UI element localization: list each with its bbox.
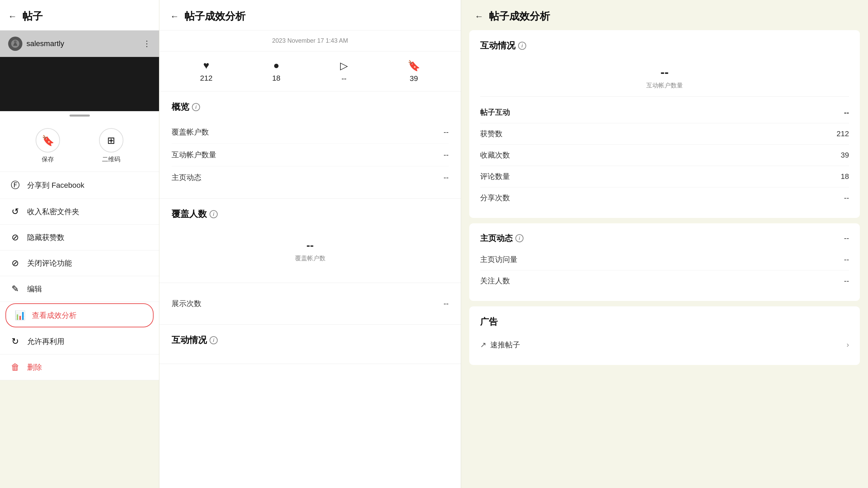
- panel2-title: 帖子成效分析: [184, 9, 245, 23]
- coverage-big-value: --: [182, 239, 438, 251]
- share-icon: ▷: [340, 60, 348, 72]
- coverage-center: -- 覆盖帐户数: [172, 228, 449, 273]
- menu-text-share-fb: 分享到 Facebook: [27, 180, 84, 190]
- comments-row: 评论数量 18: [480, 166, 849, 187]
- coverage-section: 覆盖人数 i -- 覆盖帐户数: [159, 199, 461, 283]
- homepage-section-value: --: [844, 234, 849, 243]
- menu-item-private-folder[interactable]: ↺ 收入私密文件夹: [0, 199, 159, 225]
- scroll-indicator: [0, 111, 159, 120]
- close-comments-icon: ⊘: [9, 258, 21, 268]
- delete-icon: 🗑: [9, 362, 21, 372]
- ad-title: 广告: [480, 316, 849, 328]
- qr-icon: ⊞: [107, 135, 115, 146]
- followers-value: --: [844, 277, 849, 285]
- panel2-header: ← 帖子成效分析: [159, 0, 461, 30]
- menu-text-edit: 编辑: [27, 284, 42, 294]
- homepage-info-icon[interactable]: i: [515, 234, 524, 242]
- overview-row-interaction: 互动帐户数量 --: [172, 144, 449, 166]
- menu-item-close-comments[interactable]: ⊘ 关闭评论功能: [0, 250, 159, 276]
- action-icons-row: 🔖 保存 ⊞ 二维码: [0, 120, 159, 172]
- coverage-sub-label: 覆盖帐户数: [182, 254, 438, 262]
- interaction-info-icon[interactable]: i: [210, 336, 218, 344]
- interaction-accounts-value: --: [443, 150, 449, 159]
- overview-section: 概览 i 覆盖帐户数 -- 互动帐户数量 -- 主页动态 --: [159, 92, 461, 199]
- impressions-value: --: [443, 299, 449, 308]
- stat-saves: 🔖 39: [408, 60, 420, 83]
- boost-post-icon: ↗: [480, 341, 486, 349]
- qr-label: 二维码: [102, 155, 120, 163]
- stat-likes-value: 212: [200, 74, 213, 83]
- saves-label: 收藏次数: [480, 150, 510, 160]
- impressions-row: 展示次数 --: [172, 292, 449, 315]
- boost-post-left: ↗ 速推帖子: [480, 340, 520, 350]
- stat-saves-value: 39: [410, 74, 418, 83]
- likes-label: 获赞数: [480, 129, 502, 139]
- stat-comments-value: 18: [272, 74, 280, 83]
- panel1-back-button[interactable]: ←: [8, 11, 17, 22]
- engagement-card: 互动情况 i -- 互动帐户数量 帖子互动 -- 获赞数 212 收藏次数 39…: [469, 30, 860, 218]
- save-action[interactable]: 🔖 保存: [36, 128, 60, 163]
- menu-text-reuse: 允许再利用: [27, 337, 64, 347]
- profile-more-button[interactable]: ⋮: [143, 39, 151, 48]
- profile-name: salesmartly: [26, 39, 143, 48]
- impressions-label: 展示次数: [172, 299, 201, 309]
- profile-avatar: [8, 37, 22, 51]
- overview-title: 概览 i: [172, 101, 449, 113]
- coverage-accounts-label: 覆盖帐户数: [172, 127, 209, 137]
- impressions-section: 展示次数 --: [159, 283, 461, 325]
- panel-post-menu: ← 帖子 salesmartly ⋮ 🔖 保存 ⊞: [0, 0, 159, 488]
- homepage-visits-value: --: [844, 255, 849, 264]
- shares-value: --: [844, 194, 849, 202]
- analysis-icon: 📊: [14, 310, 26, 321]
- coverage-accounts-value: --: [443, 128, 449, 137]
- menu-text-delete: 删除: [27, 362, 42, 372]
- boost-post-label: 速推帖子: [490, 340, 520, 350]
- profile-row: salesmartly ⋮: [0, 30, 159, 57]
- panel3-title: 帖子成效分析: [489, 9, 550, 23]
- menu-item-view-analysis[interactable]: 📊 查看成效分析: [5, 303, 154, 327]
- menu-item-delete[interactable]: 🗑 删除: [0, 354, 159, 380]
- menu-item-share-fb[interactable]: Ⓕ 分享到 Facebook: [0, 172, 159, 199]
- overview-row-coverage: 覆盖帐户数 --: [172, 121, 449, 144]
- post-interaction-row: 帖子互动 --: [480, 102, 849, 123]
- homepage-visits-label: 主页访问量: [480, 255, 517, 265]
- shares-label: 分享次数: [480, 193, 510, 203]
- panel1-title: 帖子: [22, 9, 151, 23]
- menu-item-hide-likes[interactable]: ⊘ 隐藏获赞数: [0, 225, 159, 250]
- post-interaction-label: 帖子互动: [480, 107, 510, 118]
- stat-shares: ▷ --: [340, 60, 348, 83]
- coverage-title: 覆盖人数 i: [172, 208, 449, 220]
- homepage-visits-row: 主页访问量 --: [480, 249, 849, 270]
- followers-label: 关注人数: [480, 276, 510, 286]
- likes-row: 获赞数 212: [480, 123, 849, 145]
- svg-point-1: [14, 40, 17, 43]
- panel-post-analysis-right: ← 帖子成效分析 互动情况 i -- 互动帐户数量 帖子互动 -- 获赞数 21…: [461, 0, 868, 488]
- scroll-dot: [70, 115, 90, 117]
- comments-value: 18: [841, 172, 849, 181]
- engagement-card-title: 互动情况 i: [480, 40, 849, 52]
- menu-item-reuse[interactable]: ↻ 允许再利用: [0, 329, 159, 354]
- panel2-back-button[interactable]: ←: [170, 11, 179, 22]
- engagement-info-icon[interactable]: i: [518, 42, 526, 50]
- save-icon-circle: 🔖: [36, 128, 60, 152]
- menu-text-close-comments: 关闭评论功能: [27, 258, 72, 268]
- ad-section: 广告 ↗ 速推帖子 ›: [469, 306, 860, 365]
- likes-value: 212: [836, 129, 849, 138]
- engagement-center: -- 互动帐户数量: [480, 58, 849, 97]
- boost-post-item[interactable]: ↗ 速推帖子 ›: [480, 334, 849, 355]
- reuse-icon: ↻: [9, 336, 21, 347]
- homepage-activity-label: 主页动态: [172, 172, 201, 183]
- coverage-info-icon[interactable]: i: [210, 210, 218, 218]
- followers-row: 关注人数 --: [480, 270, 849, 291]
- save-bookmark-icon: 🔖: [42, 135, 54, 146]
- panel2-date: 2023 November 17 1:43 AM: [159, 30, 461, 52]
- engagement-sub-label: 互动帐户数量: [487, 81, 842, 89]
- comment-icon: ●: [273, 60, 279, 71]
- menu-item-edit[interactable]: ✎ 编辑: [0, 276, 159, 302]
- menu-list: Ⓕ 分享到 Facebook ↺ 收入私密文件夹 ⊘ 隐藏获赞数 ⊘ 关闭评论功…: [0, 172, 159, 380]
- panel3-back-button[interactable]: ←: [475, 11, 484, 22]
- overview-info-icon[interactable]: i: [192, 103, 200, 111]
- panel1-header: ← 帖子: [0, 0, 159, 30]
- save-label: 保存: [42, 155, 54, 163]
- qr-action[interactable]: ⊞ 二维码: [99, 128, 123, 163]
